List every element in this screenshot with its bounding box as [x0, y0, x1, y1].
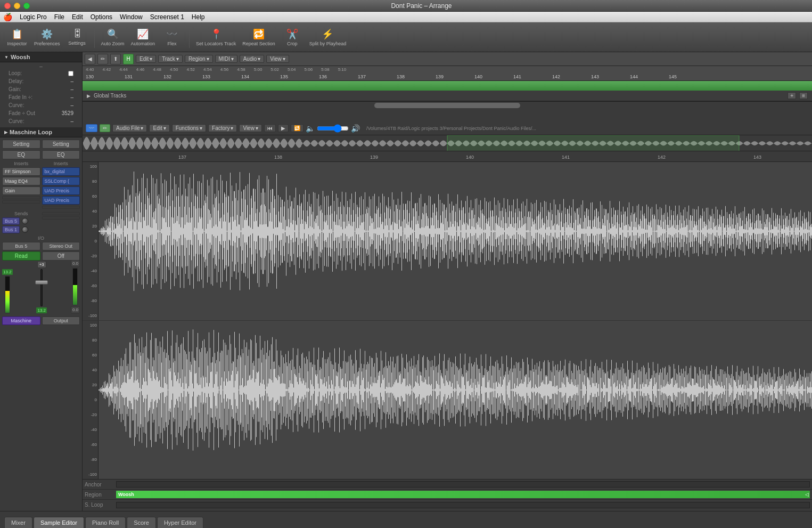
plugin-bx-digital[interactable]: bx_digital [42, 167, 80, 176]
ruler-138: 138 [274, 155, 282, 160]
send-empty-2 [42, 216, 80, 220]
level-meter-left [5, 276, 10, 313]
off-btn[interactable]: Off [42, 251, 80, 261]
midi-arrow: ▾ [231, 56, 234, 62]
plugin-uad-precis-1[interactable]: UAD Precis [42, 186, 80, 195]
loop-checkbox[interactable] [68, 71, 73, 76]
minimize-button[interactable] [14, 3, 20, 9]
midi-label: MIDI [219, 56, 230, 62]
waveform-overview [83, 135, 812, 151]
db-n100-lower: -100 [84, 472, 97, 477]
tab-piano-roll[interactable]: Piano Roll [85, 517, 126, 528]
active-tool-btn[interactable]: H [123, 54, 134, 64]
bar-132: 132 [163, 74, 202, 79]
se-play-btn[interactable]: ▶ [278, 124, 289, 132]
plugin-uad-precis-2[interactable]: UAD Precis [42, 196, 80, 205]
view-dropdown[interactable]: View ▾ [266, 55, 289, 63]
plugin-maag-eq4[interactable]: Maag EQ4 [2, 177, 40, 185]
audio-dropdown[interactable]: Audio ▾ [240, 55, 265, 63]
output-btn[interactable]: Output [42, 316, 80, 325]
setting-left-btn[interactable]: Setting [2, 140, 40, 149]
read-btn[interactable]: Read [2, 251, 40, 261]
tab-hyper-editor[interactable]: Hyper Editor [157, 517, 203, 528]
bus1-btn[interactable]: Bus 1 [2, 226, 20, 233]
eq-left-btn[interactable]: EQ [2, 150, 40, 159]
zoom-button[interactable] [23, 3, 30, 9]
menu-help[interactable]: Help [192, 13, 205, 21]
bus5-btn[interactable]: Bus 5 [2, 217, 20, 225]
se-skip-back-btn[interactable]: ⏮ [264, 124, 276, 132]
plugin-empty-3[interactable] [42, 206, 80, 209]
bus5-send: Bus 5 [2, 217, 40, 225]
fader-handle[interactable] [35, 280, 48, 285]
se-functions-dropdown[interactable]: Functions ▾ [172, 124, 206, 132]
pencil-btn[interactable]: ✏ [97, 54, 108, 64]
lower-waveform-canvas [99, 321, 812, 459]
maschine-loop-header[interactable]: ▶ Maschine Loop [0, 127, 82, 137]
se-edit-active-btn[interactable]: ✏ [100, 124, 110, 132]
time-502: 5:02 [270, 67, 279, 72]
setting-right-btn[interactable]: Setting [42, 140, 80, 149]
se-audiofile-dropdown[interactable]: Audio File ▾ [112, 124, 147, 132]
bar-136: 136 [319, 74, 358, 79]
settings-button[interactable]: 🎛 Settings [64, 25, 90, 50]
region-dropdown[interactable]: Region ▾ [185, 55, 213, 63]
menu-screenset[interactable]: Screenset 1 [150, 13, 184, 21]
region-properties: – Loop: Delay: – Gain: – Fade In ÷: – Cu… [0, 62, 82, 126]
tab-score[interactable]: Score [127, 517, 156, 528]
menu-logicpro[interactable]: Logic Pro [20, 13, 47, 21]
auto-zoom-button[interactable]: 🔍 Auto Zoom [99, 25, 127, 50]
plugin-empty-1[interactable] [2, 196, 40, 199]
global-tracks-settings[interactable]: ≡ [799, 92, 808, 99]
main-toolbar: 📋 Inspector ⚙️ Preferences 🎛 Settings 🔍 … [0, 22, 812, 52]
plugin-gain[interactable]: Gain [2, 186, 40, 195]
se-volume-slider[interactable] [317, 125, 349, 132]
track-dropdown[interactable]: Track ▾ [158, 55, 183, 63]
se-file-path: /Volumes/4TB Raid/Logic projects 3/Perso… [362, 126, 809, 131]
automation-button[interactable]: 📈 Automation [129, 25, 158, 50]
plugin-ff-simpson[interactable]: FF Simpson [2, 167, 40, 176]
set-locators-button[interactable]: 📍 Set Locators Track [194, 25, 238, 50]
plugin-sslcomp[interactable]: SSLComp ( [42, 177, 80, 185]
flex-button[interactable]: 〰️ Flex [159, 25, 185, 50]
menu-file[interactable]: File [54, 13, 64, 21]
eq-right-btn[interactable]: EQ [42, 150, 80, 159]
traffic-lights[interactable] [4, 3, 30, 9]
split-by-playhead-button[interactable]: ⚡ Split by Playhead [307, 25, 349, 50]
menu-edit[interactable]: Edit [72, 13, 83, 21]
se-edit-dropdown[interactable]: Edit ▾ [149, 124, 169, 132]
midi-dropdown[interactable]: MIDI ▾ [215, 55, 237, 63]
tab-sample-editor[interactable]: Sample Editor [34, 517, 84, 528]
menu-options[interactable]: Options [91, 13, 112, 21]
repeat-section-button[interactable]: 🔁 Repeat Section [240, 25, 277, 50]
apple-menu[interactable]: 🍎 [3, 13, 12, 21]
io-stereo-out-btn[interactable]: Stereo Out [42, 242, 80, 250]
inspector-button[interactable]: 📋 Inspector [4, 25, 30, 50]
crop-button[interactable]: ✂️ Crop [280, 25, 305, 50]
global-tracks-plus[interactable]: + [788, 92, 796, 99]
delay-row: Delay: – [4, 77, 78, 85]
se-view-dropdown[interactable]: View ▾ [239, 124, 262, 132]
menu-window[interactable]: Window [120, 13, 143, 21]
pointer-btn[interactable]: ⬆ [110, 54, 121, 64]
tab-mixer[interactable]: Mixer [4, 517, 32, 528]
se-waveform-btn[interactable]: 〰 [86, 124, 97, 132]
se-loop-btn[interactable]: 🔁 [291, 124, 304, 132]
curve1-value: – [70, 102, 73, 108]
edit-label: Edit [140, 56, 149, 62]
close-button[interactable] [4, 3, 11, 9]
preferences-button[interactable]: ⚙️ Preferences [32, 25, 62, 50]
bus1-knob[interactable] [22, 226, 28, 233]
sidebar-section-header[interactable]: ▼ Woosh [0, 52, 82, 62]
plugin-empty-2[interactable] [2, 200, 40, 204]
arrange-scrollbar[interactable] [83, 101, 812, 109]
se-factory-dropdown[interactable]: Factory ▾ [208, 124, 237, 132]
maschine-btn[interactable]: Maschine [2, 316, 40, 325]
bus5-knob[interactable] [22, 218, 28, 224]
io-bus5-btn[interactable]: Bus 5 [2, 242, 40, 250]
anchor-label: Anchor [85, 482, 114, 488]
arrange-area: ◀ ✏ ⬆ H Edit ▾ Track ▾ Region ▾ MIDI [83, 52, 812, 121]
back-btn[interactable]: ◀ [85, 54, 95, 64]
scrollbar-thumb[interactable] [374, 103, 520, 108]
edit-dropdown[interactable]: Edit ▾ [136, 55, 156, 63]
